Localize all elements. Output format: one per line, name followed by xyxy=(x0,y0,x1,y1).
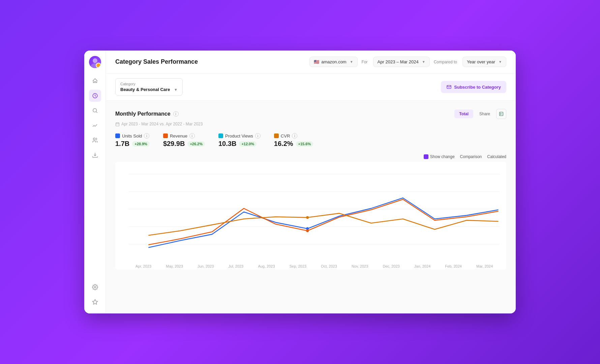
x-label-0: Apr, 2023 xyxy=(136,264,151,268)
x-label-11: Mar, 2024 xyxy=(476,264,493,268)
for-label: For xyxy=(362,60,368,64)
x-label-8: Dec, 2023 xyxy=(383,264,399,268)
line-chart xyxy=(115,167,506,262)
units-sold-label: Units Sold xyxy=(122,133,142,139)
cvr-badge: +15.6% xyxy=(296,141,313,147)
product-views-badge: +12.0% xyxy=(239,141,257,147)
product-views-label: Product Views xyxy=(225,133,253,139)
cvr-info[interactable]: i xyxy=(292,133,297,139)
date-chevron: ▼ xyxy=(422,60,425,64)
header: Category Sales Performance 🇺🇸 amazon.com… xyxy=(106,51,516,73)
revenue-value: $29.9B xyxy=(163,140,185,148)
product-views-info[interactable]: i xyxy=(255,133,261,139)
comparison-selector[interactable]: Year over year ▼ xyxy=(462,57,506,67)
store-value: amazon.com xyxy=(321,59,346,64)
sidebar-item-settings[interactable] xyxy=(89,281,101,293)
metric-revenue: Revenue i $29.9B +26.2% xyxy=(163,133,205,148)
subscribe-icon xyxy=(446,84,452,90)
x-label-9: Jan, 2024 xyxy=(414,264,430,268)
chart-x-labels: Apr, 2023 May, 2023 Jun, 2023 Jul, 2023 … xyxy=(115,263,506,268)
x-label-6: Oct, 2023 xyxy=(321,264,337,268)
app-container: Category Sales Performance 🇺🇸 amazon.com… xyxy=(84,51,516,313)
revenue-checkbox[interactable] xyxy=(163,133,168,138)
page-title: Category Sales Performance xyxy=(115,58,304,65)
show-change-row: Show change Comparison Calculated xyxy=(115,154,506,159)
tab-total[interactable]: Total xyxy=(454,110,473,118)
info-icon[interactable]: i xyxy=(173,111,179,117)
cvr-label: CVR xyxy=(281,133,290,139)
category-value-row: Beauty & Personal Care ▼ xyxy=(120,87,178,92)
calendar-icon xyxy=(115,122,120,126)
category-dropdown[interactable]: Category Beauty & Personal Care ▼ xyxy=(115,78,183,96)
sidebar-item-download[interactable] xyxy=(89,149,101,161)
sidebar-item-launch[interactable] xyxy=(89,75,101,87)
category-label: Category xyxy=(120,82,178,86)
svg-rect-8 xyxy=(116,123,119,126)
revenue-badge: +26.2% xyxy=(187,141,205,147)
svg-point-5 xyxy=(94,286,96,288)
svg-point-17 xyxy=(306,216,309,219)
section-title: Monthly Performance xyxy=(115,111,171,117)
date-range-value: Apr 2023 – Mar 2024 xyxy=(378,59,419,64)
x-label-1: May, 2023 xyxy=(166,264,183,268)
x-label-10: Feb, 2024 xyxy=(445,264,462,268)
units-sold-info[interactable]: i xyxy=(144,133,149,139)
show-change-checkbox[interactable] xyxy=(424,154,428,159)
store-selector[interactable]: 🇺🇸 amazon.com ▼ xyxy=(309,57,357,67)
x-label-7: Nov, 2023 xyxy=(352,264,368,268)
sidebar xyxy=(84,51,106,313)
avatar[interactable] xyxy=(89,56,101,68)
header-controls: 🇺🇸 amazon.com ▼ For Apr 2023 – Mar 2024 … xyxy=(309,57,506,67)
metric-product-views: Product Views i 10.3B +12.0% xyxy=(218,133,261,148)
x-label-2: Jun, 2023 xyxy=(198,264,214,268)
subscribe-button[interactable]: Subscribe to Category xyxy=(441,81,506,93)
sidebar-item-trends[interactable] xyxy=(89,119,101,131)
sidebar-item-analytics[interactable] xyxy=(89,90,101,102)
view-tabs: Total Share xyxy=(454,109,506,119)
category-chevron: ▼ xyxy=(174,88,178,92)
flag-icon: 🇺🇸 xyxy=(314,59,319,64)
sidebar-item-search[interactable] xyxy=(89,104,101,117)
x-label-4: Aug, 2023 xyxy=(258,264,275,268)
units-sold-checkbox[interactable] xyxy=(115,133,120,138)
product-views-value: 10.3B xyxy=(218,140,236,148)
units-sold-badge: +28.9% xyxy=(132,141,150,147)
cvr-value: 16.2% xyxy=(274,140,293,148)
compared-to-label: Compared to xyxy=(434,60,457,64)
metrics-row: Units Sold i 1.7B +28.9% Revenue i xyxy=(115,133,506,148)
x-label-3: Jul, 2023 xyxy=(229,264,244,268)
section-header: Monthly Performance i Total Share xyxy=(115,109,506,119)
sidebar-item-users[interactable] xyxy=(89,134,101,146)
metric-units-sold: Units Sold i 1.7B +28.9% xyxy=(115,133,150,148)
comparison-text: Comparison xyxy=(460,154,482,159)
show-change-label-group: Show change xyxy=(424,154,455,159)
store-chevron: ▼ xyxy=(350,60,353,64)
revenue-label: Revenue xyxy=(170,133,187,139)
chart-area: Apr, 2023 May, 2023 Jun, 2023 Jul, 2023 … xyxy=(115,162,506,270)
svg-point-19 xyxy=(306,230,309,232)
export-excel-button[interactable] xyxy=(496,109,506,119)
comparison-chevron: ▼ xyxy=(499,60,502,64)
sidebar-item-pin[interactable] xyxy=(89,296,101,308)
category-value: Beauty & Personal Care xyxy=(120,87,170,92)
tab-share[interactable]: Share xyxy=(475,110,495,118)
revenue-info[interactable]: i xyxy=(189,133,195,139)
filter-bar: Category Beauty & Personal Care ▼ Subscr… xyxy=(106,73,516,101)
metric-cvr: CVR i 16.2% +15.6% xyxy=(274,133,313,148)
calculated-text: Calculated xyxy=(487,154,506,159)
svg-point-1 xyxy=(91,63,99,68)
title-row: Monthly Performance i xyxy=(115,111,179,117)
subscribe-label: Subscribe to Category xyxy=(454,85,501,90)
date-comparison-label: Apr 2023 - Mar 2024 vs. Apr 2022 - Mar 2… xyxy=(121,122,203,126)
units-sold-value: 1.7B xyxy=(115,140,129,148)
date-range-selector[interactable]: Apr 2023 – Mar 2024 ▼ xyxy=(373,57,430,67)
svg-point-3 xyxy=(93,109,97,112)
comparison-value: Year over year xyxy=(467,59,495,64)
section-subtitle: Apr 2023 - Mar 2024 vs. Apr 2022 - Mar 2… xyxy=(115,122,506,126)
svg-point-0 xyxy=(93,58,97,63)
cvr-checkbox[interactable] xyxy=(274,133,279,138)
product-views-checkbox[interactable] xyxy=(218,133,223,138)
x-label-5: Sep, 2023 xyxy=(290,264,306,268)
content-area: Monthly Performance i Total Share Apr 20… xyxy=(106,101,516,313)
svg-point-4 xyxy=(93,138,95,140)
